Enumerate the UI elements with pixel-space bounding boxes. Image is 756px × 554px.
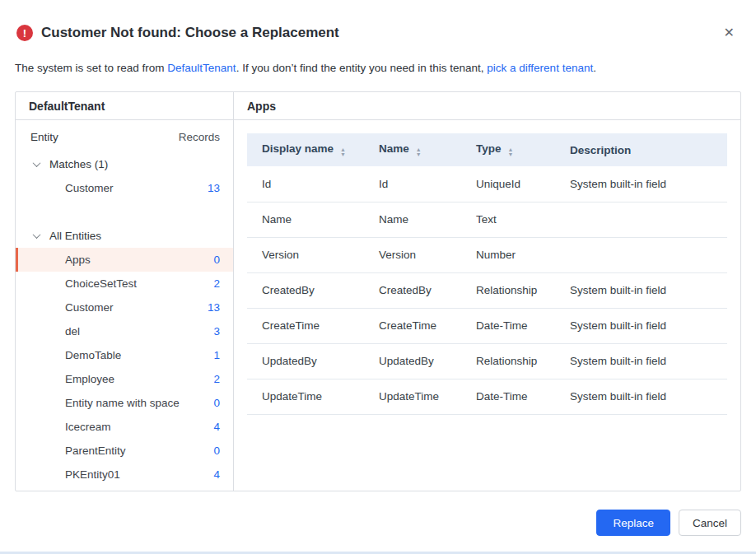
table-cell: Text [461, 202, 555, 237]
entity-item[interactable]: ChoiceSetTest2 [16, 272, 233, 296]
column-header[interactable]: Name [364, 133, 461, 166]
entity-record-count: 13 [208, 301, 220, 314]
entity-name: Apps [65, 254, 91, 266]
entity-item[interactable]: Entity name with space0 [16, 391, 233, 415]
entity-item[interactable]: Customer13 [16, 176, 233, 200]
entity-name: DemoTable [65, 349, 121, 361]
entity-record-count: 0 [213, 397, 220, 409]
table-cell: UniqueId [461, 166, 555, 202]
table-row: CreatedByCreatedByRelationshipSystem bui… [247, 272, 727, 308]
entity-record-count: 1 [213, 349, 220, 361]
table-cell: Date-Time [461, 379, 555, 414]
table-row: NameNameText [247, 202, 727, 237]
sort-icon[interactable] [508, 147, 514, 157]
fields-table-head-row: Display nameNameTypeDescription [247, 133, 727, 166]
table-cell: UpdateTime [247, 379, 364, 414]
replacement-picker-panels: DefaultTenant Entity Records Matches (1)… [15, 91, 741, 491]
fields-table: Display nameNameTypeDescription IdIdUniq… [247, 133, 727, 415]
entity-item[interactable]: Phone4 [16, 486, 233, 491]
entity-record-count: 4 [213, 468, 220, 481]
tenant-panel-header: DefaultTenant [16, 92, 233, 120]
chevron-down-icon [33, 230, 41, 239]
entity-fields-panel: Apps Display nameNameTypeDescription IdI… [234, 92, 740, 491]
tree-group-label: Matches (1) [49, 158, 108, 170]
entity-item[interactable]: Employee2 [16, 367, 233, 391]
sort-icon[interactable] [340, 147, 346, 157]
table-cell: UpdatedBy [364, 343, 461, 379]
column-header: Description [555, 133, 727, 166]
tree-group-label: All Entities [49, 230, 101, 242]
table-row: CreateTimeCreateTimeDate-TimeSystem buil… [247, 308, 727, 343]
table-row: UpdatedByUpdatedByRelationshipSystem bui… [247, 343, 727, 379]
entity-item[interactable]: del3 [16, 319, 233, 343]
entity-record-count: 0 [213, 254, 220, 266]
sort-icon[interactable] [416, 147, 422, 157]
table-cell: Id [364, 166, 461, 202]
modal-footer: Replace Cancel [15, 510, 741, 536]
tree-group-toggle[interactable]: All Entities [16, 223, 233, 248]
table-cell: System built-in field [555, 272, 727, 308]
entity-name: Icecream [65, 421, 111, 433]
entity-item[interactable]: Apps0 [16, 248, 233, 272]
table-cell: UpdateTime [364, 379, 461, 414]
fields-table-wrap: Display nameNameTypeDescription IdIdUniq… [234, 120, 740, 491]
column-label: Display name [262, 142, 334, 155]
entity-name: ChoiceSetTest [65, 277, 137, 290]
table-cell: Version [247, 237, 364, 272]
fields-panel-header: Apps [234, 92, 740, 120]
table-row: VersionVersionNumber [247, 237, 727, 272]
replace-button[interactable]: Replace [596, 510, 670, 536]
entity-record-count: 2 [213, 373, 220, 385]
pick-different-tenant-link[interactable]: pick a different tenant [487, 62, 593, 74]
entity-record-count: 0 [213, 445, 220, 457]
entity-item[interactable]: Customer13 [16, 296, 233, 319]
entity-record-count: 2 [213, 277, 220, 290]
table-cell: UpdatedBy [247, 343, 364, 379]
column-label: Name [379, 142, 409, 155]
table-cell [555, 237, 727, 272]
entity-name: Customer [65, 182, 114, 194]
column-label: Type [476, 142, 502, 155]
entity-name: Employee [65, 373, 114, 385]
fields-table-body: IdIdUniqueIdSystem built-in fieldNameNam… [247, 166, 727, 414]
table-cell: CreateTime [364, 308, 461, 343]
table-cell: System built-in field [555, 308, 727, 343]
table-cell: System built-in field [555, 379, 727, 414]
column-header[interactable]: Type [461, 133, 555, 166]
table-cell: Number [461, 237, 555, 272]
table-cell: Relationship [461, 272, 555, 308]
description-part: . [593, 62, 596, 74]
entity-record-count: 13 [208, 182, 220, 194]
table-cell: System built-in field [555, 343, 727, 379]
table-cell: Version [364, 237, 461, 272]
entity-tree: Matches (1)Customer13All EntitiesApps0Ch… [16, 148, 233, 491]
modal-title: Customer Not found: Choose a Replacement [41, 23, 339, 43]
description-part: The system is set to read from [15, 62, 167, 74]
table-row: UpdateTimeUpdateTimeDate-TimeSystem buil… [247, 379, 727, 414]
records-column-label: Records [179, 131, 220, 143]
chevron-down-icon [33, 159, 41, 167]
cancel-button[interactable]: Cancel [679, 510, 741, 536]
entity-item[interactable]: Icecream4 [16, 415, 233, 439]
column-label: Description [570, 144, 631, 156]
entity-name: ParentEntity [65, 445, 126, 457]
tenant-link[interactable]: DefaultTenant [167, 62, 236, 74]
modal-header: ! Customer Not found: Choose a Replaceme… [0, 0, 756, 43]
entity-item[interactable]: PKEntity014 [16, 463, 233, 486]
close-icon[interactable]: ✕ [719, 23, 740, 43]
entity-item[interactable]: ParentEntity0 [16, 439, 233, 463]
entity-group: All EntitiesApps0ChoiceSetTest2Customer1… [16, 223, 233, 491]
table-cell: CreatedBy [364, 272, 461, 308]
table-cell: Name [247, 202, 364, 237]
column-header[interactable]: Display name [247, 133, 364, 166]
tenant-entities-panel: DefaultTenant Entity Records Matches (1)… [16, 92, 234, 491]
entity-name: del [65, 325, 80, 338]
entity-item[interactable]: DemoTable1 [16, 343, 233, 367]
table-cell: Relationship [461, 343, 555, 379]
table-cell: Name [364, 202, 461, 237]
entity-column-label: Entity [30, 131, 58, 143]
tree-group-toggle[interactable]: Matches (1) [16, 151, 233, 176]
entity-record-count: 4 [213, 421, 220, 433]
entity-name: PKEntity01 [65, 468, 120, 481]
table-cell: CreateTime [247, 308, 364, 343]
